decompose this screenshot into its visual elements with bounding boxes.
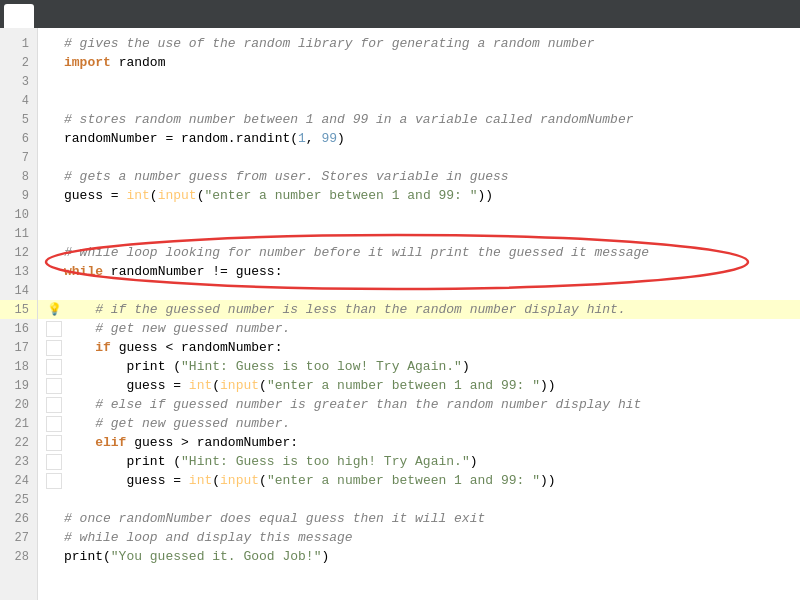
code-line-11 bbox=[38, 224, 800, 243]
code-line-19: guess = int(input("enter a number betwee… bbox=[38, 376, 800, 395]
code-line-17: if guess < randomNumber: bbox=[38, 338, 800, 357]
code-line-23: print ("Hint: Guess is too high! Try Aga… bbox=[38, 452, 800, 471]
line-number-19: 19 bbox=[0, 376, 37, 395]
line-number-25: 25 bbox=[0, 490, 37, 509]
code-line-13: while randomNumber != guess: bbox=[38, 262, 800, 281]
indent-marker-icon bbox=[46, 454, 62, 470]
code-text-19: guess = int(input("enter a number betwee… bbox=[126, 378, 555, 393]
indent-marker-icon bbox=[46, 397, 62, 413]
code-area: 1234567891011121314151617181920212223242… bbox=[0, 28, 800, 600]
tab-bar bbox=[0, 0, 800, 28]
code-line-15: 💡 # if the guessed number is less than t… bbox=[38, 300, 800, 319]
code-line-9: guess = int(input("enter a number betwee… bbox=[38, 186, 800, 205]
code-line-5: # stores random number between 1 and 99 … bbox=[38, 110, 800, 129]
line-number-15: 15 bbox=[0, 300, 37, 319]
line-number-13: 13 bbox=[0, 262, 37, 281]
main-tab[interactable] bbox=[4, 4, 34, 28]
indent-marker-icon bbox=[46, 321, 62, 337]
indent-space bbox=[64, 302, 95, 317]
code-text-18: print ("Hint: Guess is too low! Try Agai… bbox=[126, 359, 469, 374]
line-number-4: 4 bbox=[0, 91, 37, 110]
indent-space bbox=[64, 435, 95, 450]
code-line-27: # while loop and display this message bbox=[38, 528, 800, 547]
code-line-24: guess = int(input("enter a number betwee… bbox=[38, 471, 800, 490]
code-text-21: # get new guessed number. bbox=[95, 416, 290, 431]
line-number-6: 6 bbox=[0, 129, 37, 148]
indent-marker-icon bbox=[46, 378, 62, 394]
line-number-28: 28 bbox=[0, 547, 37, 566]
code-content[interactable]: # gives the use of the random library fo… bbox=[38, 28, 800, 600]
indent-marker-icon bbox=[46, 435, 62, 451]
code-line-16: # get new guessed number. bbox=[38, 319, 800, 338]
code-line-10 bbox=[38, 205, 800, 224]
line-number-23: 23 bbox=[0, 452, 37, 471]
indent-space bbox=[64, 473, 126, 488]
indent-marker-icon bbox=[46, 359, 62, 375]
line-number-11: 11 bbox=[0, 224, 37, 243]
indent-marker-icon bbox=[46, 473, 62, 489]
line-number-17: 17 bbox=[0, 338, 37, 357]
code-text-9: guess = int(input("enter a number betwee… bbox=[64, 188, 493, 203]
code-text-1: # gives the use of the random library fo… bbox=[64, 36, 595, 51]
line-number-10: 10 bbox=[0, 205, 37, 224]
indent-space bbox=[64, 321, 95, 336]
code-line-6: randomNumber = random.randint(1, 99) bbox=[38, 129, 800, 148]
code-text-24: guess = int(input("enter a number betwee… bbox=[126, 473, 555, 488]
line-number-24: 24 bbox=[0, 471, 37, 490]
line-number-26: 26 bbox=[0, 509, 37, 528]
code-line-3 bbox=[38, 72, 800, 91]
line-number-8: 8 bbox=[0, 167, 37, 186]
line-number-18: 18 bbox=[0, 357, 37, 376]
line-number-9: 9 bbox=[0, 186, 37, 205]
code-line-7 bbox=[38, 148, 800, 167]
code-text-28: print("You guessed it. Good Job!") bbox=[64, 549, 329, 564]
indent-space bbox=[64, 378, 126, 393]
line-number-14: 14 bbox=[0, 281, 37, 300]
line-number-1: 1 bbox=[0, 34, 37, 53]
code-line-21: # get new guessed number. bbox=[38, 414, 800, 433]
code-text-13: while randomNumber != guess: bbox=[64, 264, 282, 279]
code-text-23: print ("Hint: Guess is too high! Try Aga… bbox=[126, 454, 477, 469]
line-number-7: 7 bbox=[0, 148, 37, 167]
indent-space bbox=[64, 454, 126, 469]
code-text-8: # gets a number guess from user. Stores … bbox=[64, 169, 509, 184]
code-text-27: # while loop and display this message bbox=[64, 530, 353, 545]
editor-window: 1234567891011121314151617181920212223242… bbox=[0, 0, 800, 600]
line-number-5: 5 bbox=[0, 110, 37, 129]
line-number-27: 27 bbox=[0, 528, 37, 547]
code-line-12: # while loop looking for number before i… bbox=[38, 243, 800, 262]
line-number-20: 20 bbox=[0, 395, 37, 414]
code-text-12: # while loop looking for number before i… bbox=[64, 245, 649, 260]
code-text-26: # once randomNumber does equal guess the… bbox=[64, 511, 485, 526]
code-wrapper: # gives the use of the random library fo… bbox=[38, 28, 800, 600]
line-numbers: 1234567891011121314151617181920212223242… bbox=[0, 28, 38, 600]
indent-marker-icon bbox=[46, 416, 62, 432]
indent-space bbox=[64, 359, 126, 374]
code-text-16: # get new guessed number. bbox=[95, 321, 290, 336]
line-number-2: 2 bbox=[0, 53, 37, 72]
code-line-2: import random bbox=[38, 53, 800, 72]
code-line-25 bbox=[38, 490, 800, 509]
line-number-21: 21 bbox=[0, 414, 37, 433]
code-text-22: elif guess > randomNumber: bbox=[95, 435, 298, 450]
code-text-2: import random bbox=[64, 55, 165, 70]
code-line-8: # gets a number guess from user. Stores … bbox=[38, 167, 800, 186]
line-number-3: 3 bbox=[0, 72, 37, 91]
code-line-14 bbox=[38, 281, 800, 300]
code-text-17: if guess < randomNumber: bbox=[95, 340, 282, 355]
code-text-15: # if the guessed number is less than the… bbox=[95, 302, 626, 317]
indent-marker-icon bbox=[46, 340, 62, 356]
code-text-20: # else if guessed number is greater than… bbox=[95, 397, 641, 412]
code-text-5: # stores random number between 1 and 99 … bbox=[64, 112, 634, 127]
code-line-22: elif guess > randomNumber: bbox=[38, 433, 800, 452]
code-text-6: randomNumber = random.randint(1, 99) bbox=[64, 131, 345, 146]
code-line-4 bbox=[38, 91, 800, 110]
indent-space bbox=[64, 416, 95, 431]
code-line-26: # once randomNumber does equal guess the… bbox=[38, 509, 800, 528]
code-line-18: print ("Hint: Guess is too low! Try Agai… bbox=[38, 357, 800, 376]
code-line-1: # gives the use of the random library fo… bbox=[38, 34, 800, 53]
indent-space bbox=[64, 340, 95, 355]
bulb-icon: 💡 bbox=[46, 302, 62, 318]
indent-space bbox=[64, 397, 95, 412]
code-line-20: # else if guessed number is greater than… bbox=[38, 395, 800, 414]
